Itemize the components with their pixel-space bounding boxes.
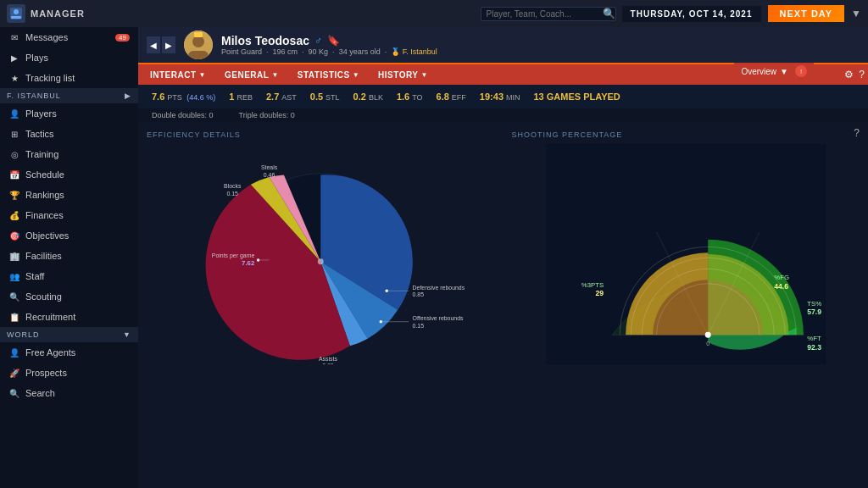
- plays-icon: ▶: [8, 52, 20, 64]
- top-bar-left: MANAGER: [7, 4, 85, 23]
- nav-arrows: ◀ ▶: [147, 36, 175, 53]
- tab-statistics[interactable]: STATISTICS ▼: [289, 69, 368, 81]
- overview-dropdown[interactable]: Overview ▼ !: [734, 63, 814, 80]
- svg-text:%FG: %FG: [774, 274, 789, 281]
- search-icon: 🔍: [603, 8, 615, 19]
- stl-stat: 0.5 STL: [310, 92, 340, 102]
- svg-text:%FT: %FT: [807, 335, 821, 342]
- sidebar-item-objectives[interactable]: 🎯 Objectives: [0, 225, 138, 246]
- sidebar-item-finances[interactable]: 💰 Finances: [0, 205, 138, 225]
- svg-text:7.62: 7.62: [242, 259, 255, 267]
- settings-icon[interactable]: ⚙: [844, 69, 854, 80]
- eff-label: EFF: [452, 93, 466, 102]
- search-input[interactable]: [481, 7, 616, 21]
- tab-general[interactable]: GENERAL ▼: [216, 69, 287, 81]
- sidebar-item-training[interactable]: ◎ Training: [0, 144, 138, 164]
- sidebar-item-finances-label: Finances: [25, 210, 64, 220]
- svg-text:Steals: Steals: [261, 164, 278, 170]
- main-content: ◀ ▶ Milos Teodosac ♂ 🔖: [138, 27, 868, 488]
- sidebar-item-staff[interactable]: 👥 Staff: [0, 266, 138, 286]
- pts-stat: 7.6 PTS (44.6 %): [152, 92, 215, 102]
- sidebar-item-tactics[interactable]: ⊞ Tactics: [0, 124, 138, 144]
- sidebar-item-tracking-label: Tracking list: [25, 73, 75, 83]
- manager-title: MANAGER: [31, 8, 85, 19]
- sidebar-item-schedule-label: Schedule: [25, 169, 64, 180]
- sidebar-item-recruitment[interactable]: 📋 Recruitment: [0, 307, 138, 327]
- blk-value: 0.2: [353, 92, 366, 102]
- chevron-down-icon: ▼: [851, 8, 861, 19]
- chart-area: EFFICIENCY DETAILS: [138, 122, 868, 488]
- stats-bar: 7.6 PTS (44.6 %) 1 REB 2.7 AST 0.5 STL: [138, 85, 868, 108]
- next-day-button[interactable]: NEXT DAY: [768, 5, 845, 22]
- next-player-button[interactable]: ▶: [162, 36, 175, 53]
- club-chevron-icon: ▶: [125, 92, 131, 100]
- sidebar-item-players-label: Players: [25, 108, 57, 119]
- sidebar-item-staff-label: Staff: [25, 271, 44, 281]
- shooting-svg: %FG 44.6 TS% 57.9 %3PTS 29 %FT 92.3 0: [512, 144, 860, 364]
- sidebar-item-plays[interactable]: ▶ Plays: [0, 47, 138, 68]
- svg-point-4: [192, 36, 204, 47]
- club-flag: 🏅: [391, 47, 400, 56]
- sidebar-item-schedule[interactable]: 📅 Schedule: [0, 164, 138, 185]
- to-value: 1.6: [397, 92, 409, 102]
- svg-rect-5: [188, 51, 209, 59]
- sidebar-item-search[interactable]: 🔍 Search: [0, 383, 138, 403]
- sidebar-item-players[interactable]: 👤 Players: [0, 103, 138, 124]
- tab-general-label: GENERAL: [225, 70, 269, 80]
- overview-badge: !: [795, 65, 807, 77]
- svg-text:Defensive rebounds: Defensive rebounds: [413, 285, 465, 291]
- svg-text:0.85: 0.85: [413, 291, 425, 297]
- sidebar-item-facilities[interactable]: 🏢 Facilities: [0, 246, 138, 266]
- gender-icon: ♂: [314, 35, 322, 47]
- games-value: 13 GAMES PLAYED: [534, 92, 620, 102]
- eff-value: 6.8: [437, 92, 449, 102]
- sidebar-item-scouting[interactable]: 🔍 Scouting: [0, 286, 138, 307]
- svg-rect-6: [194, 32, 203, 37]
- sidebar-item-tracking[interactable]: ★ Tracking list: [0, 68, 138, 88]
- efficiency-title: EFFICIENCY DETAILS: [147, 130, 495, 139]
- tab-history[interactable]: HISTORY ▼: [370, 69, 437, 81]
- sub-nav-right: ⚙ ?: [844, 69, 865, 80]
- bookmark-icon[interactable]: 🔖: [327, 35, 340, 47]
- svg-text:29: 29: [595, 289, 604, 297]
- to-stat: 1.6 TO: [397, 92, 423, 102]
- reb-label: REB: [236, 93, 253, 102]
- tab-history-label: HISTORY: [378, 70, 418, 80]
- sidebar-item-rankings[interactable]: 🏆 Rankings: [0, 185, 138, 205]
- efficiency-svg: Points per game 7.62 Defensive rebounds …: [147, 144, 495, 364]
- sidebar-item-prospects[interactable]: 🚀 Prospects: [0, 363, 138, 383]
- player-club: F. Istanbul: [403, 47, 437, 56]
- svg-text:2.69: 2.69: [322, 363, 334, 364]
- player-info: Milos Teodosac ♂ 🔖 Point Guard · 196 cm …: [221, 34, 860, 56]
- shooting-info-icon[interactable]: ?: [854, 127, 860, 139]
- history-chevron-icon: ▼: [421, 71, 428, 79]
- top-bar: MANAGER 🔍 THURSDAY, OCT 14, 2021 NEXT DA…: [0, 0, 868, 27]
- sidebar-item-messages[interactable]: ✉ Messages 49: [0, 27, 138, 47]
- world-section-label: WORLD: [7, 330, 40, 339]
- player-position: Point Guard: [221, 47, 262, 56]
- sidebar-item-search-label: Search: [25, 388, 55, 398]
- prospects-icon: 🚀: [8, 367, 20, 379]
- svg-text:0: 0: [706, 341, 709, 347]
- ast-label: AST: [281, 93, 297, 102]
- objectives-icon: 🎯: [8, 230, 20, 241]
- svg-text:0.46: 0.46: [264, 172, 275, 178]
- club-section-label: F. ISTANBUL: [7, 92, 61, 100]
- svg-text:0.15: 0.15: [227, 191, 239, 197]
- player-height: 196 cm: [273, 47, 298, 56]
- recruitment-icon: 📋: [8, 311, 20, 323]
- svg-text:Offensive rebounds: Offensive rebounds: [413, 315, 464, 321]
- help-icon[interactable]: ?: [859, 69, 865, 80]
- messages-badge: 49: [115, 34, 130, 42]
- sidebar-item-free-agents[interactable]: 👤 Free Agents: [0, 342, 138, 363]
- tab-interact[interactable]: INTERACT ▼: [142, 69, 214, 81]
- players-icon: 👤: [8, 108, 20, 119]
- prev-player-button[interactable]: ◀: [147, 36, 160, 53]
- pts-pct: (44.6 %): [185, 93, 216, 102]
- pts-value: 7.6: [152, 92, 164, 102]
- stl-value: 0.5: [310, 92, 323, 102]
- pts-label: PTS: [167, 93, 182, 102]
- sidebar-item-plays-label: Plays: [25, 53, 48, 63]
- sidebar-item-tactics-label: Tactics: [25, 129, 54, 139]
- blk-stat: 0.2 BLK: [353, 92, 383, 102]
